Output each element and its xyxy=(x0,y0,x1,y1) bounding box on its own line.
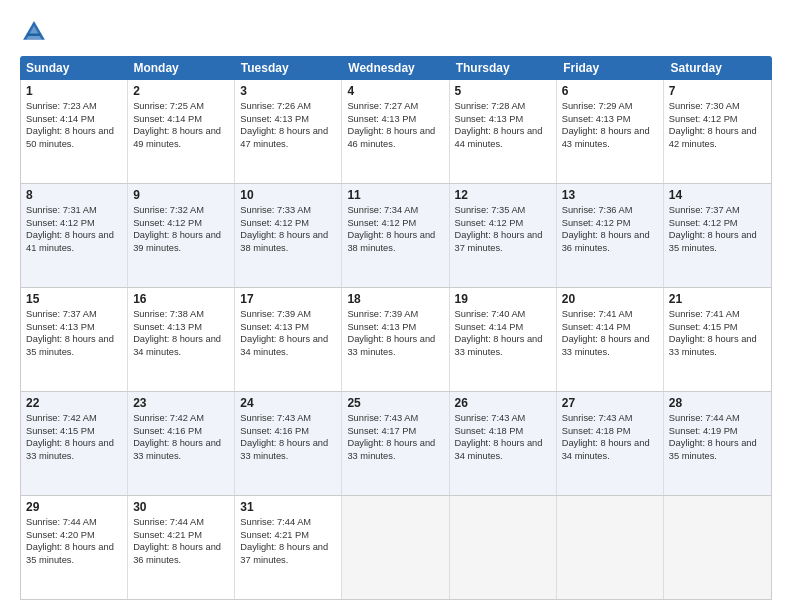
calendar-cell xyxy=(450,496,557,599)
calendar-cell: 8Sunrise: 7:31 AMSunset: 4:12 PMDaylight… xyxy=(21,184,128,287)
daylight-text: Daylight: 8 hours and 33 minutes. xyxy=(347,333,443,358)
daylight-text: Daylight: 8 hours and 43 minutes. xyxy=(562,125,658,150)
sunrise-text: Sunrise: 7:36 AM xyxy=(562,204,658,217)
sunset-text: Sunset: 4:17 PM xyxy=(347,425,443,438)
daylight-text: Daylight: 8 hours and 44 minutes. xyxy=(455,125,551,150)
calendar-cell: 5Sunrise: 7:28 AMSunset: 4:13 PMDaylight… xyxy=(450,80,557,183)
sunset-text: Sunset: 4:12 PM xyxy=(669,217,766,230)
calendar-cell: 11Sunrise: 7:34 AMSunset: 4:12 PMDayligh… xyxy=(342,184,449,287)
day-number: 29 xyxy=(26,500,122,514)
sunset-text: Sunset: 4:14 PM xyxy=(133,113,229,126)
daylight-text: Daylight: 8 hours and 33 minutes. xyxy=(26,437,122,462)
daylight-text: Daylight: 8 hours and 42 minutes. xyxy=(669,125,766,150)
calendar-cell: 2Sunrise: 7:25 AMSunset: 4:14 PMDaylight… xyxy=(128,80,235,183)
daylight-text: Daylight: 8 hours and 39 minutes. xyxy=(133,229,229,254)
daylight-text: Daylight: 8 hours and 33 minutes. xyxy=(240,437,336,462)
calendar-cell: 24Sunrise: 7:43 AMSunset: 4:16 PMDayligh… xyxy=(235,392,342,495)
day-number: 20 xyxy=(562,292,658,306)
daylight-text: Daylight: 8 hours and 34 minutes. xyxy=(562,437,658,462)
sunrise-text: Sunrise: 7:38 AM xyxy=(133,308,229,321)
calendar-cell: 21Sunrise: 7:41 AMSunset: 4:15 PMDayligh… xyxy=(664,288,771,391)
daylight-text: Daylight: 8 hours and 36 minutes. xyxy=(562,229,658,254)
daylight-text: Daylight: 8 hours and 37 minutes. xyxy=(455,229,551,254)
daylight-text: Daylight: 8 hours and 41 minutes. xyxy=(26,229,122,254)
calendar-cell: 22Sunrise: 7:42 AMSunset: 4:15 PMDayligh… xyxy=(21,392,128,495)
daylight-text: Daylight: 8 hours and 33 minutes. xyxy=(133,437,229,462)
daylight-text: Daylight: 8 hours and 50 minutes. xyxy=(26,125,122,150)
sunset-text: Sunset: 4:21 PM xyxy=(133,529,229,542)
day-number: 23 xyxy=(133,396,229,410)
calendar-cell: 6Sunrise: 7:29 AMSunset: 4:13 PMDaylight… xyxy=(557,80,664,183)
sunrise-text: Sunrise: 7:27 AM xyxy=(347,100,443,113)
page: SundayMondayTuesdayWednesdayThursdayFrid… xyxy=(0,0,792,612)
daylight-text: Daylight: 8 hours and 38 minutes. xyxy=(347,229,443,254)
sunrise-text: Sunrise: 7:25 AM xyxy=(133,100,229,113)
day-number: 7 xyxy=(669,84,766,98)
sunset-text: Sunset: 4:12 PM xyxy=(133,217,229,230)
sunset-text: Sunset: 4:13 PM xyxy=(562,113,658,126)
day-number: 4 xyxy=(347,84,443,98)
sunrise-text: Sunrise: 7:37 AM xyxy=(669,204,766,217)
sunrise-text: Sunrise: 7:40 AM xyxy=(455,308,551,321)
sunrise-text: Sunrise: 7:42 AM xyxy=(26,412,122,425)
sunset-text: Sunset: 4:12 PM xyxy=(240,217,336,230)
sunset-text: Sunset: 4:12 PM xyxy=(562,217,658,230)
sunrise-text: Sunrise: 7:37 AM xyxy=(26,308,122,321)
calendar-cell: 16Sunrise: 7:38 AMSunset: 4:13 PMDayligh… xyxy=(128,288,235,391)
sunrise-text: Sunrise: 7:44 AM xyxy=(240,516,336,529)
sunset-text: Sunset: 4:14 PM xyxy=(26,113,122,126)
day-number: 2 xyxy=(133,84,229,98)
day-number: 5 xyxy=(455,84,551,98)
sunset-text: Sunset: 4:13 PM xyxy=(455,113,551,126)
sunset-text: Sunset: 4:13 PM xyxy=(347,321,443,334)
calendar-cell: 31Sunrise: 7:44 AMSunset: 4:21 PMDayligh… xyxy=(235,496,342,599)
sunset-text: Sunset: 4:15 PM xyxy=(26,425,122,438)
daylight-text: Daylight: 8 hours and 37 minutes. xyxy=(240,541,336,566)
daylight-text: Daylight: 8 hours and 36 minutes. xyxy=(133,541,229,566)
daylight-text: Daylight: 8 hours and 35 minutes. xyxy=(26,541,122,566)
daylight-text: Daylight: 8 hours and 34 minutes. xyxy=(455,437,551,462)
day-number: 10 xyxy=(240,188,336,202)
calendar-cell: 3Sunrise: 7:26 AMSunset: 4:13 PMDaylight… xyxy=(235,80,342,183)
day-number: 13 xyxy=(562,188,658,202)
day-number: 14 xyxy=(669,188,766,202)
calendar-cell xyxy=(664,496,771,599)
day-number: 24 xyxy=(240,396,336,410)
day-number: 28 xyxy=(669,396,766,410)
calendar-week: 8Sunrise: 7:31 AMSunset: 4:12 PMDaylight… xyxy=(21,183,771,287)
calendar-cell: 17Sunrise: 7:39 AMSunset: 4:13 PMDayligh… xyxy=(235,288,342,391)
sunset-text: Sunset: 4:15 PM xyxy=(669,321,766,334)
sunrise-text: Sunrise: 7:33 AM xyxy=(240,204,336,217)
calendar-cell: 30Sunrise: 7:44 AMSunset: 4:21 PMDayligh… xyxy=(128,496,235,599)
sunrise-text: Sunrise: 7:43 AM xyxy=(455,412,551,425)
day-number: 27 xyxy=(562,396,658,410)
sunset-text: Sunset: 4:13 PM xyxy=(347,113,443,126)
weekday-header: Saturday xyxy=(665,56,772,80)
day-number: 21 xyxy=(669,292,766,306)
sunrise-text: Sunrise: 7:35 AM xyxy=(455,204,551,217)
daylight-text: Daylight: 8 hours and 35 minutes. xyxy=(26,333,122,358)
sunrise-text: Sunrise: 7:44 AM xyxy=(26,516,122,529)
sunrise-text: Sunrise: 7:30 AM xyxy=(669,100,766,113)
day-number: 30 xyxy=(133,500,229,514)
sunrise-text: Sunrise: 7:23 AM xyxy=(26,100,122,113)
calendar-cell: 29Sunrise: 7:44 AMSunset: 4:20 PMDayligh… xyxy=(21,496,128,599)
daylight-text: Daylight: 8 hours and 35 minutes. xyxy=(669,229,766,254)
sunrise-text: Sunrise: 7:26 AM xyxy=(240,100,336,113)
calendar-cell: 15Sunrise: 7:37 AMSunset: 4:13 PMDayligh… xyxy=(21,288,128,391)
calendar-cell: 13Sunrise: 7:36 AMSunset: 4:12 PMDayligh… xyxy=(557,184,664,287)
calendar-header: SundayMondayTuesdayWednesdayThursdayFrid… xyxy=(20,56,772,80)
sunset-text: Sunset: 4:12 PM xyxy=(455,217,551,230)
sunset-text: Sunset: 4:16 PM xyxy=(240,425,336,438)
sunrise-text: Sunrise: 7:39 AM xyxy=(347,308,443,321)
sunset-text: Sunset: 4:12 PM xyxy=(26,217,122,230)
sunset-text: Sunset: 4:20 PM xyxy=(26,529,122,542)
sunrise-text: Sunrise: 7:41 AM xyxy=(669,308,766,321)
logo-icon xyxy=(20,18,48,46)
sunset-text: Sunset: 4:14 PM xyxy=(562,321,658,334)
sunrise-text: Sunrise: 7:41 AM xyxy=(562,308,658,321)
day-number: 12 xyxy=(455,188,551,202)
daylight-text: Daylight: 8 hours and 33 minutes. xyxy=(455,333,551,358)
calendar-cell: 4Sunrise: 7:27 AMSunset: 4:13 PMDaylight… xyxy=(342,80,449,183)
calendar-cell: 25Sunrise: 7:43 AMSunset: 4:17 PMDayligh… xyxy=(342,392,449,495)
